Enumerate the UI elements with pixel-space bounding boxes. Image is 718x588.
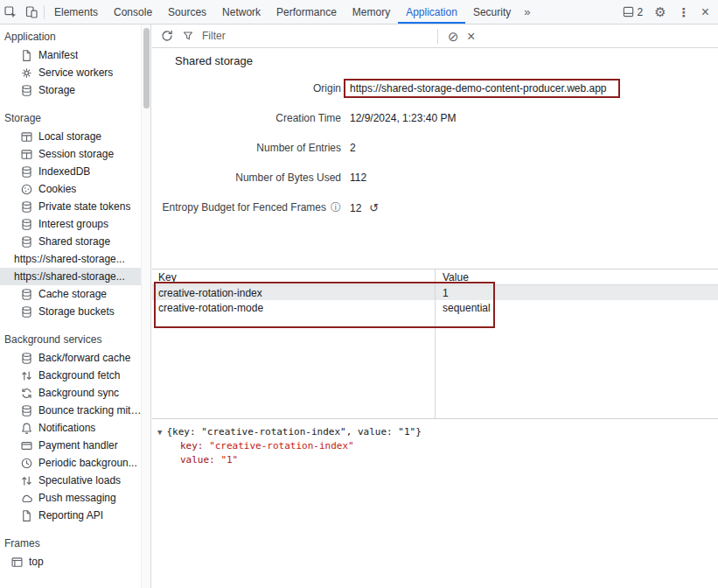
entropy-value-text: 12 bbox=[350, 202, 361, 214]
storage-view-toolbar: ⊘ × bbox=[152, 24, 718, 48]
toolbar-separator bbox=[44, 5, 45, 19]
section-header-background-services[interactable]: Background services bbox=[0, 331, 142, 349]
item-label: Payment handler bbox=[38, 439, 118, 452]
tab-label: Sources bbox=[168, 6, 206, 18]
item-label: Local storage bbox=[38, 130, 101, 143]
tab-label: Performance bbox=[276, 6, 337, 18]
sidebar-item-session-storage[interactable]: Session storage bbox=[0, 145, 142, 163]
close-devtools-icon[interactable]: × bbox=[701, 4, 709, 20]
field-row-bytes: Number of Bytes Used 112 bbox=[152, 163, 718, 192]
sidebar-item-reporting-api[interactable]: Reporting API bbox=[0, 507, 142, 524]
panel-count-badge[interactable]: 2 bbox=[622, 5, 644, 18]
tab-security[interactable]: Security bbox=[465, 0, 519, 24]
field-row-origin: Origin https://shared-storage-demo-conte… bbox=[152, 74, 718, 103]
property-name: key: bbox=[180, 440, 204, 452]
column-divider[interactable] bbox=[435, 270, 436, 418]
device-toolbar-icon[interactable] bbox=[24, 5, 38, 19]
cloud-icon bbox=[20, 492, 33, 505]
database-icon bbox=[20, 218, 33, 231]
sidebar-item-frame-top[interactable]: top bbox=[0, 553, 142, 570]
tab-label: Memory bbox=[352, 6, 390, 18]
column-header-key[interactable]: Key bbox=[152, 271, 436, 284]
section-header-storage[interactable]: Storage bbox=[0, 109, 142, 128]
filter-funnel-icon[interactable] bbox=[182, 30, 194, 42]
tab-memory[interactable]: Memory bbox=[345, 0, 398, 24]
devtools-tab-bar: Elements Console Sources Network Perform… bbox=[0, 0, 718, 24]
field-label-entropy: Entropy Budget for Fenced Framesⓘ bbox=[152, 200, 341, 215]
delete-all-icon[interactable]: ⊘ bbox=[448, 24, 459, 48]
field-row-entropy: Entropy Budget for Fenced Framesⓘ 12↺ bbox=[152, 192, 718, 222]
sidebar-item-background-sync[interactable]: Background sync bbox=[0, 384, 142, 402]
tab-performance[interactable]: Performance bbox=[268, 0, 345, 24]
sidebar-item-shared-storage[interactable]: Shared storage bbox=[0, 233, 142, 250]
item-label: Storage bbox=[38, 84, 75, 96]
item-label: https://shared-storage... bbox=[14, 270, 125, 283]
cell-value: sequential bbox=[436, 302, 491, 314]
table-icon bbox=[20, 148, 33, 161]
expand-triangle-icon[interactable]: ▼ bbox=[157, 428, 162, 437]
inspect-element-icon[interactable] bbox=[3, 5, 17, 19]
tab-console[interactable]: Console bbox=[106, 0, 160, 24]
cell-key: creative-rotation-index bbox=[152, 287, 436, 299]
scrollbar-thumb[interactable] bbox=[143, 28, 150, 108]
sidebar-item-notifications[interactable]: Notifications bbox=[0, 419, 142, 437]
database-icon bbox=[20, 305, 33, 318]
tab-label: Console bbox=[114, 6, 152, 18]
field-value-creation-time: 12/9/2024, 1:23:40 PM bbox=[350, 112, 456, 124]
key-value-table: Key Value creative-rotation-index 1 crea… bbox=[152, 269, 718, 419]
sidebar-scrollbar[interactable] bbox=[141, 24, 150, 588]
item-label: Shared storage bbox=[38, 235, 110, 248]
sidebar-item-background-fetch[interactable]: Background fetch bbox=[0, 367, 142, 384]
tab-application[interactable]: Application bbox=[398, 0, 465, 24]
payment-card-icon bbox=[20, 439, 33, 452]
item-label: https://shared-storage... bbox=[14, 253, 125, 265]
cell-key: creative-rotation-mode bbox=[152, 302, 436, 314]
overflow-menu-icon[interactable]: ⋮ bbox=[678, 5, 690, 19]
settings-gear-icon[interactable]: ⚙ bbox=[654, 4, 666, 20]
sidebar-item-bounce-tracking[interactable]: Bounce tracking miti... bbox=[0, 402, 142, 419]
tab-network[interactable]: Network bbox=[214, 0, 268, 24]
tab-elements[interactable]: Elements bbox=[46, 0, 106, 24]
sidebar-item-push-messaging[interactable]: Push messaging bbox=[0, 489, 142, 507]
refresh-icon[interactable] bbox=[160, 29, 174, 43]
item-label: Background fetch bbox=[38, 369, 120, 382]
sidebar-item-manifest[interactable]: Manifest bbox=[0, 46, 142, 64]
sidebar-item-back-forward-cache[interactable]: Back/forward cache bbox=[0, 349, 142, 367]
sidebar-item-storage-buckets[interactable]: Storage buckets bbox=[0, 303, 142, 320]
sidebar-item-interest-groups[interactable]: Interest groups bbox=[0, 215, 142, 233]
page-title: Shared storage bbox=[175, 54, 253, 67]
sidebar-item-speculative-loads[interactable]: Speculative loads bbox=[0, 472, 142, 489]
column-header-value[interactable]: Value bbox=[436, 271, 469, 284]
application-sidebar: Application Manifest Service workers Sto… bbox=[0, 24, 151, 588]
item-label: Reporting API bbox=[38, 509, 103, 522]
sidebar-item-cache-storage[interactable]: Cache storage bbox=[0, 285, 142, 303]
sidebar-item-payment-handler[interactable]: Payment handler bbox=[0, 437, 142, 454]
sidebar-item-shared-storage-origin-1[interactable]: https://shared-storage... bbox=[0, 250, 142, 268]
item-label: Notifications bbox=[38, 422, 95, 434]
tab-sources[interactable]: Sources bbox=[160, 0, 214, 24]
section-header-frames[interactable]: Frames bbox=[0, 535, 142, 553]
sidebar-item-local-storage[interactable]: Local storage bbox=[0, 128, 142, 145]
sidebar-item-shared-storage-origin-2[interactable]: https://shared-storage... bbox=[0, 268, 142, 285]
sidebar-item-indexeddb[interactable]: IndexedDB bbox=[0, 163, 142, 180]
bell-icon bbox=[20, 422, 33, 435]
sidebar-item-cookies[interactable]: Cookies bbox=[0, 180, 142, 198]
preview-property-line: key: "creative-rotation-index" bbox=[157, 439, 718, 453]
info-icon[interactable]: ⓘ bbox=[331, 201, 341, 214]
filter-input[interactable] bbox=[202, 30, 403, 42]
reset-budget-icon[interactable]: ↺ bbox=[369, 201, 379, 214]
sidebar-section-application: Application Manifest Service workers Sto… bbox=[0, 28, 142, 99]
sidebar-item-storage[interactable]: Storage bbox=[0, 81, 142, 99]
sidebar-item-service-workers[interactable]: Service workers bbox=[0, 64, 142, 81]
shared-storage-panel: ⊘ × Shared storage Origin https://shared… bbox=[152, 24, 718, 588]
item-label: top bbox=[29, 556, 44, 568]
cookie-icon bbox=[20, 183, 33, 196]
property-value: "1" bbox=[220, 454, 238, 466]
more-tabs-icon[interactable]: » bbox=[519, 0, 535, 24]
section-header-application[interactable]: Application bbox=[0, 28, 142, 46]
sidebar-item-private-state-tokens[interactable]: Private state tokens bbox=[0, 198, 142, 215]
delete-selected-icon[interactable]: × bbox=[467, 24, 475, 48]
tab-label: Application bbox=[406, 6, 457, 18]
sidebar-item-periodic-background-sync[interactable]: Periodic backgroun... bbox=[0, 454, 142, 472]
preview-property-line: value: "1" bbox=[157, 453, 718, 467]
